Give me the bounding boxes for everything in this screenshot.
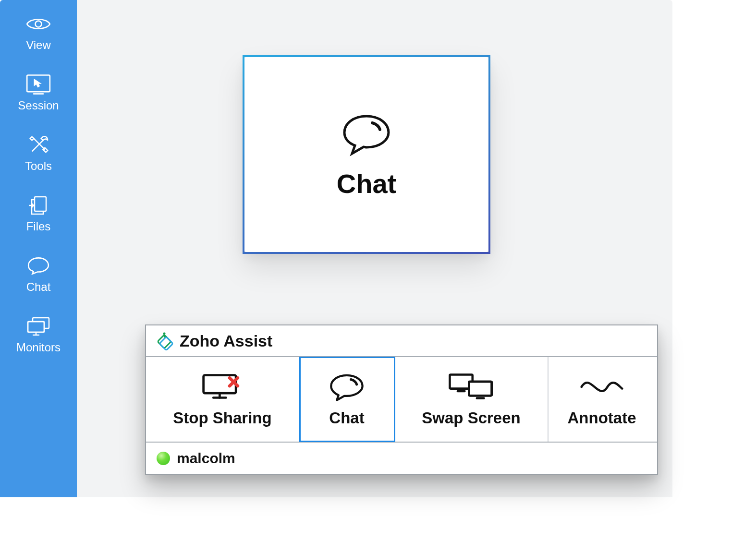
sidebar-item-label: Session [18,99,59,112]
svg-point-0 [36,21,42,27]
chat-bubble-icon [326,372,367,402]
stop-sharing-icon [200,372,245,402]
sidebar-item-session[interactable]: Session [18,74,59,112]
files-icon [24,195,52,216]
sidebar-item-view[interactable]: View [24,13,52,52]
tools-icon [24,134,52,156]
svg-rect-13 [159,337,173,350]
highlight-card-chat: Chat [243,55,490,254]
sidebar-item-label: Monitors [16,341,61,354]
toolbar-title: Zoho Assist [180,332,272,350]
toolbar-buttons: Stop Sharing Chat Swap Sc [146,357,657,443]
zoho-assist-logo-icon [155,331,174,350]
swap-screen-icon [447,372,495,402]
chat-bubble-icon [24,255,52,276]
sidebar-item-files[interactable]: Files [24,195,52,233]
toolbar-btn-label: Stop Sharing [173,409,271,427]
toolbar-btn-label: Annotate [568,409,636,427]
sidebar-item-monitors[interactable]: Monitors [16,316,61,354]
toolbar-btn-label: Chat [329,409,364,427]
highlight-title: Chat [337,168,396,199]
svg-rect-6 [28,322,44,332]
assist-toolbar: Zoho Assist Stop Sharing [145,324,658,475]
toolbar-btn-annotate[interactable]: Annotate [549,357,655,442]
chat-bubble-icon [335,110,398,158]
svg-rect-21 [469,382,491,396]
presence-dot-icon [157,452,170,465]
monitors-stack-icon [24,316,52,337]
annotate-wave-icon [578,372,626,402]
sidebar-item-label: Files [26,220,51,233]
toolbar-status: malcolm [146,443,657,474]
svg-rect-3 [35,197,46,211]
toolbar-header: Zoho Assist [146,325,657,357]
toolbar-btn-label: Swap Screen [422,409,520,427]
sidebar-item-label: Chat [26,280,51,294]
sidebar: View Session Tools [0,0,77,497]
svg-point-10 [163,333,166,335]
toolbar-btn-swap-screen[interactable]: Swap Screen [395,357,549,442]
sidebar-item-tools[interactable]: Tools [24,134,52,173]
eye-icon [24,13,52,35]
sidebar-item-label: Tools [25,159,52,173]
toolbar-btn-chat[interactable]: Chat [300,357,395,442]
sidebar-item-label: View [26,38,51,52]
display-cursor-icon [24,74,52,95]
sidebar-item-chat[interactable]: Chat [24,255,52,294]
toolbar-btn-stop-sharing[interactable]: Stop Sharing [146,357,300,442]
status-username: malcolm [177,450,235,467]
